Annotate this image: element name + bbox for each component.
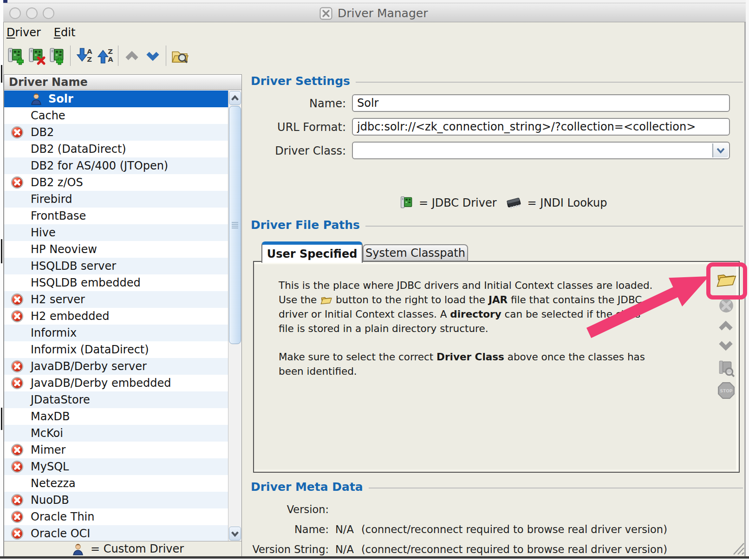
driver-list-row[interactable]: H2 embedded	[4, 308, 241, 325]
driver-list-header[interactable]: Driver Name	[4, 75, 241, 90]
driver-class-field[interactable]	[352, 142, 730, 159]
driver-name-label: DB2 (DataDirect)	[31, 141, 126, 157]
background-edge-strip	[0, 0, 3, 560]
driver-list-row[interactable]: DB2 for AS/400 (JTOpen)	[4, 157, 241, 174]
remove-file-button[interactable]	[718, 298, 734, 313]
copy-driver-icon	[48, 47, 66, 65]
section-driver-meta-data: Driver Meta Data	[251, 480, 743, 494]
custom-driver-icon	[72, 543, 84, 556]
driver-list-row[interactable]: JDataStore	[4, 391, 241, 408]
custom-driver-legend: = Custom Driver	[4, 541, 241, 556]
driver-error-icon	[10, 125, 24, 139]
jdbc-driver-icon	[399, 195, 414, 211]
driver-list-header-label: Driver Name	[9, 76, 88, 89]
driver-list-row[interactable]: Firebird	[4, 191, 241, 208]
tab-user-specified[interactable]: User Specified	[261, 241, 363, 263]
driver-class-dropdown-button[interactable]	[712, 143, 728, 157]
driver-list-row[interactable]: JavaDB/Derby server	[4, 358, 241, 375]
driver-list-row[interactable]: NuoDB	[4, 492, 241, 508]
driver-list-row[interactable]: Netezza	[4, 475, 241, 492]
driver-list-row[interactable]: HSQLDB embedded	[4, 274, 241, 291]
sort-ascending-button[interactable]: A Z	[73, 45, 94, 67]
driver-name-label: NuoDB	[31, 492, 69, 508]
tab-system-classpath[interactable]: System Classpath	[363, 244, 468, 261]
move-down-icon	[145, 49, 161, 63]
delete-driver-button[interactable]	[26, 45, 46, 67]
move-file-down-button[interactable]	[718, 339, 734, 352]
driver-list-row[interactable]: MaxDB	[4, 408, 241, 425]
move-file-up-button[interactable]	[718, 319, 734, 332]
driver-list-row[interactable]: DB2 (DataDirect)	[4, 141, 241, 157]
driver-error-icon	[10, 443, 24, 457]
driver-meta-data-title: Driver Meta Data	[251, 480, 363, 494]
close-window-button[interactable]	[9, 7, 21, 19]
section-rule	[365, 226, 743, 227]
resize-grip-icon	[730, 540, 745, 555]
driver-name-label: MaxDB	[31, 408, 70, 425]
driver-list-row[interactable]: Hive	[4, 224, 241, 241]
svg-text:STOP: STOP	[720, 389, 733, 393]
driver-name-label: Firebird	[31, 191, 72, 208]
driver-list-row[interactable]: DB2	[4, 124, 241, 141]
scan-driver-button[interactable]	[717, 359, 736, 378]
driver-list-body: Solr Cache DB2	[4, 91, 241, 541]
sort-descending-button[interactable]: Z A	[94, 45, 115, 67]
scroll-down-button[interactable]	[229, 527, 241, 540]
driver-list-row[interactable]: McKoi	[4, 425, 241, 442]
svg-text:A: A	[87, 47, 92, 55]
driver-error-icon	[10, 493, 24, 507]
svg-text:A: A	[108, 55, 113, 63]
new-driver-icon	[7, 47, 24, 65]
url-format-label: URL Format:	[241, 121, 346, 134]
driver-list-row[interactable]: Solr	[4, 91, 241, 107]
titlebar[interactable]: Driver Manager	[3, 3, 746, 22]
move-driver-up-button[interactable]	[121, 45, 142, 67]
driver-list-row[interactable]: MySQL	[4, 458, 241, 475]
x11-logo-icon	[319, 7, 332, 20]
driver-list-row[interactable]: Oracle OCI	[4, 525, 241, 541]
driver-name-label: HSQLDB embedded	[31, 274, 141, 291]
svg-text:Z: Z	[87, 55, 92, 63]
driver-list-row[interactable]: H2 server	[4, 291, 241, 308]
scrollbar-thumb[interactable]	[229, 106, 241, 344]
driver-list-row[interactable]: Cache	[4, 107, 241, 124]
driver-list-row[interactable]: Informix	[4, 325, 241, 341]
driver-list-row[interactable]: JavaDB/Derby embedded	[4, 375, 241, 391]
copy-driver-button[interactable]	[46, 45, 67, 67]
scroll-up-button[interactable]	[229, 91, 241, 105]
resize-grip[interactable]	[730, 540, 745, 555]
move-down-icon	[718, 339, 734, 352]
stop-button[interactable]: STOP	[717, 382, 735, 399]
driver-list-panel: Driver Name Solr Cache	[4, 74, 242, 557]
minimize-window-button[interactable]	[26, 7, 38, 19]
chevron-down-icon	[230, 530, 240, 537]
menu-item-driver[interactable]: Driver	[7, 26, 41, 39]
maximize-window-button[interactable]	[43, 7, 54, 19]
url-format-field[interactable]: jdbc:solr://<zk_connection_string>/?coll…	[352, 118, 730, 136]
jndi-legend-label: = JNDI Lookup	[528, 196, 607, 209]
name-field[interactable]: Solr	[352, 94, 730, 112]
driver-name-label: Oracle Thin	[31, 508, 94, 525]
driver-name-label: HSQLDB server	[31, 258, 116, 274]
toolbar: A Z Z A	[5, 44, 190, 68]
driver-error-icon	[10, 376, 24, 390]
open-folder-icon	[320, 294, 332, 305]
menu-item-edit[interactable]: Edit	[54, 26, 75, 39]
driver-list-scrollbar[interactable]	[228, 91, 241, 541]
driver-list-row[interactable]: DB2 z/OS	[4, 174, 241, 191]
svg-text:Z: Z	[108, 47, 113, 55]
new-driver-button[interactable]	[5, 45, 26, 67]
driver-list-row[interactable]: Informix (DataDirect)	[4, 341, 241, 358]
driver-name-label: Netezza	[31, 475, 76, 492]
toolbar-separator	[118, 46, 118, 66]
driver-list-row[interactable]: FrontBase	[4, 208, 241, 224]
driver-name-label: Mimer	[31, 442, 65, 458]
search-driver-file-button[interactable]	[169, 45, 190, 67]
move-driver-down-button[interactable]	[142, 45, 163, 67]
driver-list-row[interactable]: HP Neoview	[4, 241, 241, 258]
driver-name-label: H2 server	[31, 291, 85, 308]
driver-list-row[interactable]: HSQLDB server	[4, 258, 241, 274]
driver-list-row[interactable]: Oracle Thin	[4, 508, 241, 525]
driver-list-row[interactable]: Mimer	[4, 442, 241, 458]
chevron-down-icon	[715, 146, 726, 155]
